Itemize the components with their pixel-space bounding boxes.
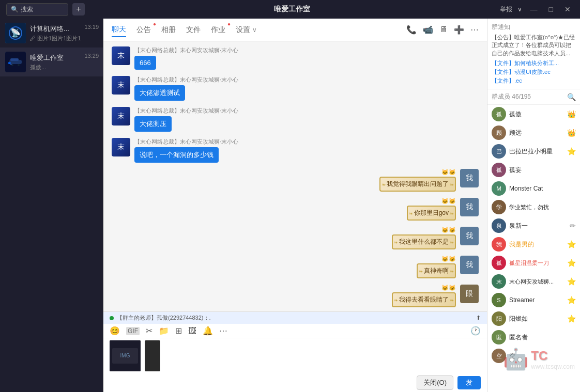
member-item[interactable]: 匿 匿名者	[487, 328, 580, 347]
tab-notice[interactable]: 公告 ●	[136, 23, 151, 37]
sidebar-item-wuiai[interactable]: 唯爱工作室 孤傲... 13:29	[0, 48, 103, 76]
close-button[interactable]: ✕	[561, 4, 574, 14]
bell-button[interactable]: 🔔	[203, 326, 213, 336]
group-notice-text: 【公告】唯爱工作室(o^o°)★已经正式成立了！各位群成员可以把自己的作品发给电…	[492, 34, 576, 57]
screen-share-icon[interactable]: 🖥	[439, 25, 448, 35]
member-avatar: 泉	[492, 218, 506, 233]
right-msg-bubble5: 我得去看看眼睛了	[392, 292, 456, 307]
msg-content-right2: 🐱🐱 我得去看看眼睛了	[392, 285, 456, 307]
member-avatar: 孤	[492, 107, 506, 121]
file-link-3[interactable]: 【文件】.ec	[492, 77, 576, 85]
tab-settings[interactable]: 设置 ∨	[236, 23, 257, 37]
image-preview-area: IMG	[103, 338, 487, 373]
message-row-right: 我 🐱🐱 你那里日gov	[112, 198, 479, 221]
msg-content-right: 🐱🐱 我这里什么都不是	[392, 227, 456, 249]
add-member-icon[interactable]: ➕	[454, 25, 464, 35]
more-icon[interactable]: ⋯	[470, 25, 479, 35]
msg-content-right: 🐱🐱 你那里日gov	[407, 198, 456, 221]
right-msg-icons4: 🐱🐱	[441, 256, 456, 262]
member-badge-star: ⭐	[567, 147, 576, 155]
member-item[interactable]: 孤 孤星泪温柔一刀 ⭐	[487, 254, 580, 272]
right-msg-icons: 🐱🐱	[441, 169, 456, 176]
tab-files[interactable]: 文件	[186, 23, 201, 37]
send-button[interactable]: 发	[457, 376, 481, 389]
message-row: 末 【末心网络总裁】末心网安攻城狮·末小心 说吧，一个漏洞的多少钱	[112, 138, 479, 163]
file-link-2[interactable]: 【文件】动漫UI皮肤.ec	[492, 68, 576, 76]
sidebar-time-2: 13:29	[84, 53, 99, 59]
clock-button[interactable]: 🕐	[470, 326, 481, 336]
msg-avatar: 末	[112, 46, 130, 65]
chat-area: 聊天 公告 ● 相册 文件 作业 ● 设置 ∨ 📞 📹	[103, 19, 487, 392]
member-item-streamer[interactable]: S Streamer ⭐	[487, 291, 580, 309]
msg-bubble: 大佬渗透测试	[134, 85, 185, 101]
msg-avatar: 末	[112, 76, 130, 95]
title-bar-right: 举报 ∨ — □ ✕	[500, 4, 574, 14]
maximize-button[interactable]: □	[546, 4, 556, 14]
file-link-1[interactable]: 【文件】如何植块分析工...	[492, 59, 576, 67]
member-name: 孤妄	[509, 166, 576, 175]
input-toolbar: 😊 GIF ✂ 📁 ⊞ 🖼 🔔 ⋯ 🕐	[103, 324, 487, 338]
minimize-button[interactable]: —	[527, 4, 541, 14]
member-item[interactable]: 巴 巴拉巴拉小明星 ⭐	[487, 142, 580, 161]
report-button[interactable]: 举报	[500, 5, 512, 14]
gif-button[interactable]: GIF	[126, 327, 140, 335]
more-tools-button[interactable]: ⋯	[219, 326, 227, 336]
member-item[interactable]: 末 末心网安攻城狮... ⭐	[487, 272, 580, 291]
msg-avatar-right: 我	[460, 169, 479, 187]
scissors-button[interactable]: ✂	[146, 326, 152, 336]
member-avatar: 末	[492, 274, 506, 289]
app-title: 唯爱工作室	[274, 5, 310, 14]
members-search-icon[interactable]: 🔍	[567, 93, 576, 101]
input-expand-icon[interactable]: ⬆	[476, 315, 481, 321]
dropdown-icon[interactable]: ∨	[517, 6, 522, 13]
member-item[interactable]: 我 我是男的 ⭐	[487, 235, 580, 254]
member-item[interactable]: 学 学业繁忙，勿扰	[487, 198, 580, 216]
add-button[interactable]: +	[72, 3, 85, 15]
member-item[interactable]: 顾 顾远 👑	[487, 123, 580, 142]
video-icon[interactable]: 📹	[423, 25, 433, 35]
svg-text:IMG: IMG	[120, 353, 130, 358]
messages-area[interactable]: 末 【末心网络总裁】末心网安攻城狮·末小心 666 末 【末心网络总裁】末心网安…	[103, 41, 487, 311]
member-name: 巴拉巴拉小明星	[509, 147, 567, 156]
right-msg-icons2: 🐱🐱	[441, 198, 456, 205]
msg-avatar-right: 我	[460, 256, 479, 274]
member-item[interactable]: 孤 孤傲 👑	[487, 105, 580, 123]
msg-avatar: 末	[112, 107, 130, 126]
right-msg-bubble: 我觉得我眼睛出问题了	[379, 177, 456, 192]
tab-chat[interactable]: 聊天	[112, 23, 126, 37]
member-name: 空	[509, 352, 576, 360]
folder-button[interactable]: 📁	[159, 326, 169, 336]
member-badge-star: ⭐	[567, 259, 576, 267]
table-button[interactable]: ⊞	[175, 326, 182, 336]
member-item[interactable]: 阳 阳燃如 ⭐	[487, 309, 580, 328]
member-item-monster-cat[interactable]: M Monster Cat	[487, 179, 580, 198]
member-item[interactable]: 泉 泉新一 ✏	[487, 216, 580, 235]
member-avatar: 孤	[492, 256, 506, 270]
right-panel: 群通知 【公告】唯爱工作室(o^o°)★已经正式成立了！各位群成员可以把自己的作…	[487, 19, 580, 392]
image-button[interactable]: 🖼	[188, 326, 196, 336]
tab-homework[interactable]: 作业 ●	[211, 23, 225, 37]
emoji-button[interactable]: 😊	[110, 326, 120, 336]
search-placeholder: 搜索	[21, 5, 33, 14]
member-badge-star: ⭐	[567, 240, 576, 248]
sidebar-item-computer-network[interactable]: 📡 计算机网络... 🖊 图片1图片1图片1 13:19	[0, 19, 103, 48]
message-row-right: 我 🐱🐱 我这里什么都不是	[112, 227, 479, 249]
title-bar-left: 🔍 搜索 +	[6, 3, 85, 16]
member-list: 孤 孤傲 👑 顾 顾远 👑 巴 巴拉巴拉小明星 ⭐ 孤 孤妄 M	[487, 105, 580, 365]
msg-bubble: 大佬测压	[134, 116, 172, 132]
svg-point-7	[18, 64, 20, 66]
member-item[interactable]: 空 空	[487, 347, 580, 365]
phone-icon[interactable]: 📞	[406, 25, 417, 35]
message-row-right: 我 🐱🐱 我觉得我眼睛出问题了	[112, 169, 479, 192]
msg-content: 【末心网络总裁】末心网安攻城狮·末小心 666	[134, 46, 238, 70]
sidebar-time-1: 13:19	[84, 24, 99, 30]
member-avatar: 空	[492, 349, 506, 363]
member-item[interactable]: 孤 孤妄	[487, 161, 580, 179]
img-thumb-1: IMG	[110, 340, 141, 371]
tab-album[interactable]: 相册	[161, 23, 176, 37]
member-avatar: S	[492, 293, 506, 307]
search-box[interactable]: 🔍 搜索	[6, 3, 68, 16]
sidebar-preview-1: 🖊 图片1图片1图片1	[30, 35, 98, 42]
close-chat-button[interactable]: 关闭(O)	[417, 375, 453, 390]
settings-dropdown-icon: ∨	[252, 26, 257, 34]
